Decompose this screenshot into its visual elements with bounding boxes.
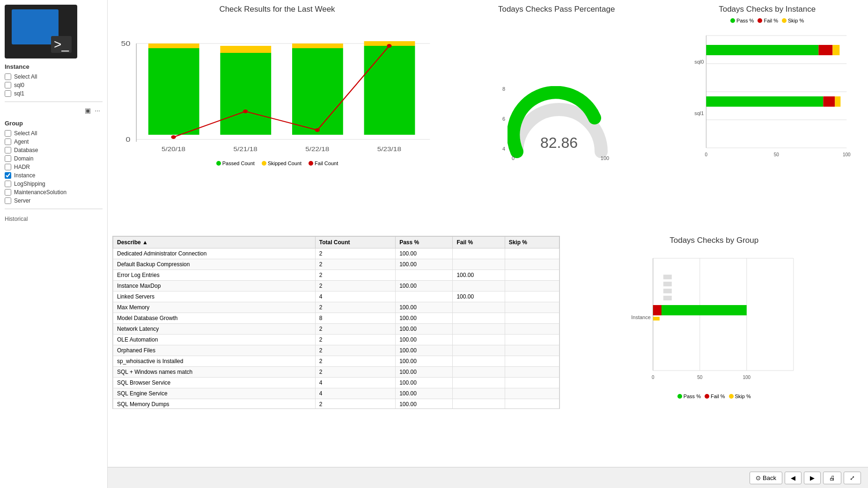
table-cell: Error Log Entries (113, 270, 316, 281)
group-hadr[interactable]: HADR (5, 163, 103, 171)
bar-skip-2 (292, 44, 343, 48)
instance-sql1[interactable]: sql1 (5, 89, 103, 98)
weekly-chart-container: Check Results for the Last Week 50 0 (112, 5, 442, 233)
group-agent[interactable]: Agent (5, 138, 103, 146)
group-database-checkbox[interactable] (5, 147, 11, 153)
bar-pass-2 (292, 48, 343, 135)
select-all-group[interactable]: Select All (5, 129, 103, 138)
table-row: SQL Engine Service4100.00 (113, 388, 559, 399)
table-cell: 2 (315, 281, 395, 291)
table-row: Error Log Entries2100.00 (113, 270, 559, 281)
instance-section-label: Instance (5, 63, 103, 70)
fail-dot-2 (315, 128, 320, 132)
gauge-y-labels: 8 6 4 (502, 86, 505, 166)
group-maintenancesolution[interactable]: MaintenanceSolution (5, 188, 103, 197)
col-fail[interactable]: Fail % (453, 237, 505, 248)
group-database[interactable]: Database (5, 146, 103, 154)
table-cell (505, 281, 559, 291)
expand-button[interactable]: ⤢ (844, 472, 861, 484)
gauge-container: Todays Checks Pass Percentage 8 6 4 (447, 5, 666, 233)
group-domain-checkbox[interactable] (5, 155, 11, 162)
table-cell: Default Backup Compression (113, 259, 316, 270)
table-wrap[interactable]: Describe ▲ Total Count Pass % Fail % Ski… (112, 236, 560, 409)
table-cell (453, 248, 505, 259)
table-cell: 4 (315, 291, 395, 302)
more-icon[interactable]: ··· (95, 107, 100, 114)
select-all-instance[interactable]: Select All (5, 73, 103, 81)
historical-button[interactable]: Historical (5, 214, 103, 224)
group-hadr-label: HADR (14, 164, 30, 170)
instance-legend-fail-dot (758, 18, 762, 23)
bar-pass-0 (148, 48, 199, 135)
gauge-svg: 0 100 82.86 (508, 86, 611, 161)
group-legend-pass: Pass % (677, 393, 701, 399)
fail-dot-3 (387, 44, 391, 48)
bottom-nav: ⊙ Back ◀ ▶ 🖨 ⤢ (108, 467, 868, 488)
sidebar: >_ Instance Select All sql0 sql1 ▣ ··· G… (0, 0, 108, 488)
group-hadr-checkbox[interactable] (5, 164, 11, 170)
table-cell (453, 281, 505, 291)
by-group-svg: Instance 0 50 100 (565, 249, 863, 389)
instance-chart-svg: sql0 sql1 (671, 26, 863, 157)
table-cell: 100.00 (396, 248, 453, 259)
app-logo: >_ (5, 5, 77, 58)
svg-text:5/22/18: 5/22/18 (305, 146, 330, 153)
group-legend-skip-label: Skip % (735, 393, 751, 399)
table-cell: 100.00 (396, 302, 453, 313)
instance-sql0-checkbox[interactable] (5, 82, 11, 88)
weekly-chart-legend: Passed Count Skipped Count Fail Count (112, 160, 442, 166)
col-pass[interactable]: Pass % (396, 237, 453, 248)
legend-fail-dot (309, 161, 313, 166)
table-cell (505, 313, 559, 324)
by-instance-chart-area: sql0 sql1 (671, 26, 863, 233)
weekly-chart-area: 50 0 (112, 18, 442, 233)
table-cell (453, 399, 505, 409)
group-domain[interactable]: Domain (5, 154, 103, 163)
group-agent-checkbox[interactable] (5, 138, 11, 145)
group-mini-4 (663, 296, 672, 300)
table-cell (505, 270, 559, 281)
instance-sql0[interactable]: sql0 (5, 81, 103, 89)
svg-text:100: 100 (843, 152, 851, 157)
group-instance[interactable]: Instance (5, 171, 103, 180)
table-cell: 100.00 (396, 281, 453, 291)
svg-text:0: 0 (512, 155, 515, 161)
print-icon: 🖨 (829, 474, 835, 481)
col-describe[interactable]: Describe ▲ (113, 237, 316, 248)
print-button[interactable]: 🖨 (823, 472, 841, 484)
col-total[interactable]: Total Count (315, 237, 395, 248)
select-all-instance-checkbox[interactable] (5, 73, 11, 80)
legend-skipped: Skipped Count (262, 160, 302, 166)
group-logshipping[interactable]: LogShipping (5, 180, 103, 188)
group-server[interactable]: Server (5, 197, 103, 205)
back-button[interactable]: ⊙ Back (750, 472, 782, 484)
table-cell: 2 (315, 324, 395, 335)
table-cell (396, 291, 453, 302)
table-cell (505, 324, 559, 335)
select-all-group-checkbox[interactable] (5, 130, 11, 137)
table-cell: Max Memory (113, 302, 316, 313)
group-legend-fail: Fail % (705, 393, 725, 399)
col-skip[interactable]: Skip % (505, 237, 559, 248)
by-group-title: Todays Checks by Group (565, 236, 863, 245)
next-button[interactable]: ▶ (804, 472, 821, 484)
gauge-y-8: 8 (502, 86, 505, 92)
group-instance-checkbox[interactable] (5, 172, 11, 179)
bar-pass-3 (364, 46, 415, 135)
instance-sql1-skip-bar (835, 96, 841, 107)
instance-sql1-checkbox[interactable] (5, 90, 11, 97)
table-row: Model Database Growth8100.00 (113, 313, 559, 324)
table-row: sp_whoisactive is Installed2100.00 (113, 356, 559, 367)
table-row: Linked Servers4100.00 (113, 291, 559, 302)
select-all-instance-label: Select All (14, 73, 37, 80)
group-logshipping-checkbox[interactable] (5, 181, 11, 187)
table-cell (453, 313, 505, 324)
prev-button[interactable]: ◀ (785, 472, 802, 484)
gauge-y-4: 4 (502, 146, 505, 152)
edit-icon[interactable]: ▣ (85, 107, 91, 114)
table-cell (505, 259, 559, 270)
group-mini-1 (663, 275, 672, 279)
group-maintenancesolution-checkbox[interactable] (5, 189, 11, 196)
group-server-checkbox[interactable] (5, 197, 11, 204)
table-row: Network Latency2100.00 (113, 324, 559, 335)
